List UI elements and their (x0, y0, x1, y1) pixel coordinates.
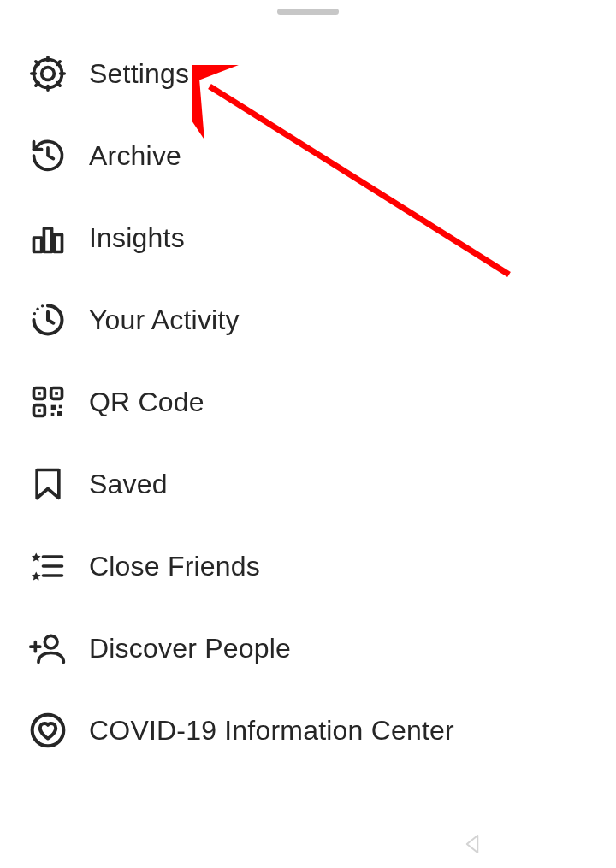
discover-people-icon (29, 629, 67, 667)
insights-bars-icon (29, 219, 67, 257)
svg-point-5 (33, 312, 36, 315)
menu-item-discover-people[interactable]: Discover People (29, 607, 616, 689)
menu-item-qr-code[interactable]: QR Code (29, 361, 616, 443)
menu-item-label: QR Code (89, 387, 204, 418)
svg-point-21 (44, 635, 57, 648)
svg-rect-12 (55, 392, 58, 395)
svg-rect-3 (44, 228, 51, 252)
menu-item-label: Discover People (89, 633, 291, 664)
menu-item-covid-info[interactable]: COVID-19 Information Center (29, 689, 616, 771)
menu-item-insights[interactable]: Insights (29, 197, 616, 279)
activity-icon (29, 301, 67, 339)
svg-rect-16 (51, 413, 55, 416)
menu-item-label: Insights (89, 222, 185, 254)
menu-item-label: Saved (89, 469, 168, 500)
svg-rect-13 (38, 409, 41, 412)
menu-item-label: Archive (89, 140, 181, 172)
menu-item-label: Close Friends (89, 551, 260, 582)
menu-item-label: COVID-19 Information Center (89, 715, 454, 747)
saved-bookmark-icon (29, 465, 67, 503)
svg-point-7 (41, 304, 44, 307)
drag-handle[interactable] (277, 9, 339, 15)
archive-clock-icon (29, 137, 67, 174)
svg-point-24 (33, 715, 64, 747)
menu-item-your-activity[interactable]: Your Activity (29, 279, 616, 361)
covid-heart-icon (29, 712, 67, 749)
qr-code-icon (29, 383, 67, 421)
svg-rect-2 (34, 238, 42, 252)
svg-rect-11 (38, 392, 41, 395)
svg-rect-14 (51, 405, 56, 410)
menu-item-close-friends[interactable]: Close Friends (29, 525, 616, 607)
svg-rect-15 (59, 405, 62, 409)
svg-point-6 (36, 308, 38, 310)
svg-rect-4 (54, 234, 62, 251)
menu-item-saved[interactable]: Saved (29, 443, 616, 525)
close-friends-list-icon (29, 547, 67, 585)
settings-gear-icon (29, 55, 67, 92)
menu-item-label: Your Activity (89, 304, 240, 336)
menu-item-label: Settings (89, 58, 189, 90)
menu-item-archive[interactable]: Archive (29, 115, 616, 197)
svg-rect-17 (57, 411, 62, 416)
svg-point-1 (42, 68, 55, 80)
profile-options-menu: Settings Archive Insights (0, 32, 616, 771)
menu-item-settings[interactable]: Settings (29, 32, 616, 115)
system-back-button[interactable] (455, 827, 489, 861)
